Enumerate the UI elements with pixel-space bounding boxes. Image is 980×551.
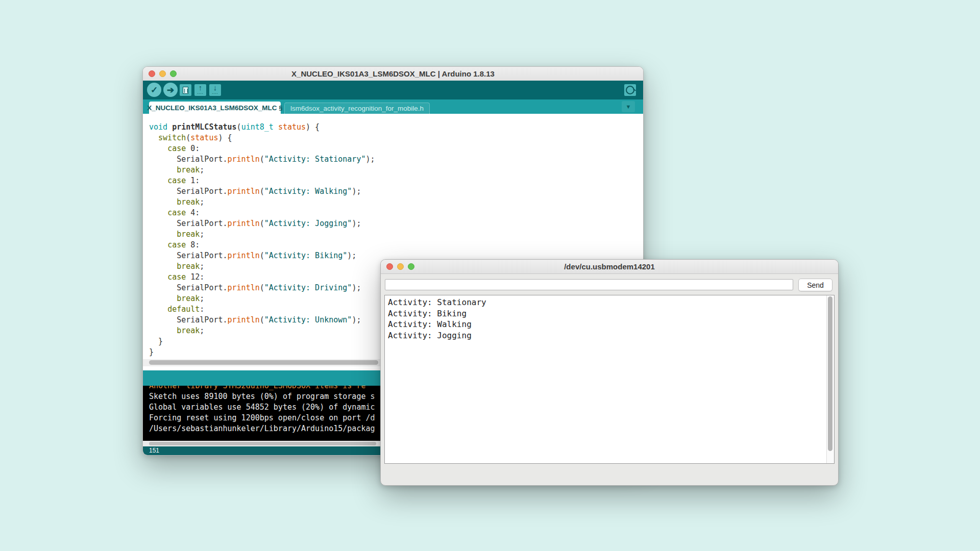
verify-button[interactable]: ✓ [147,83,161,97]
code-line: case 0: [149,143,643,154]
serial-output-lines: Activity: StationaryActivity: BikingActi… [385,295,834,341]
close-button[interactable] [386,263,393,270]
code-line: SerialPort.println("Activity: Stationary… [149,154,643,165]
send-button[interactable]: Send [798,279,832,291]
serial-send-input[interactable] [385,279,793,290]
desktop: { "page": {"background": "#d9f1ee"}, "id… [0,0,980,551]
arrow-right-icon: ➔ [167,85,174,95]
serial-output-line: Activity: Biking [388,308,834,319]
code-line: switch(status) { [149,133,643,143]
scrollbar-thumb[interactable] [149,442,376,445]
code-line: case 1: [149,176,643,186]
arrow-up-icon: ↑ .... [198,85,204,95]
code-line: SerialPort.println("Activity: Walking"); [149,186,643,197]
ide-window-title: X_NUCLEO_IKS01A3_LSM6DSOX_MLC | Arduino … [291,69,495,78]
document-icon [183,87,188,94]
serial-vertical-scrollbar[interactable] [826,295,834,463]
chevron-down-icon: ▼ [626,104,631,110]
monitor-window-title: /dev/cu.usbmodem14201 [564,262,655,271]
ide-traffic-lights [149,70,177,77]
monitor-bottom-bar: ✓ Autoscroll Show timestamp Carriage ret… [381,464,838,485]
monitor-traffic-lights [386,263,414,270]
scrollbar-thumb[interactable] [828,296,832,451]
minimize-button[interactable] [159,70,166,77]
tab-header-file[interactable]: lsm6dsox_activity_recognition_for_mobile… [284,103,430,114]
serial-monitor-window: /dev/cu.usbmodem14201 Send Activity: Sta… [380,259,839,486]
magnifier-icon [626,86,634,94]
minimize-button[interactable] [397,263,404,270]
serial-monitor-button[interactable] [624,84,636,96]
ide-toolbar: ✓ ➔ ↑ .... ↓ .... [143,81,643,99]
serial-output-line: Activity: Jogging [388,330,834,341]
code-line: SerialPort.println("Activity: Jogging"); [149,218,643,229]
arrow-down-icon: ↓ .... [212,85,218,95]
save-button[interactable]: ↓ .... [209,84,221,96]
ide-titlebar[interactable]: X_NUCLEO_IKS01A3_LSM6DSOX_MLC | Arduino … [143,67,643,81]
upload-button[interactable]: ➔ [163,83,178,97]
code-line: break; [149,229,643,240]
cursor-line-number: 151 [149,447,159,454]
serial-output-line: Activity: Walking [388,319,834,330]
tab-sketch[interactable]: X_NUCLEO_IKS01A3_LSM6DSOX_MLC § [149,102,281,114]
code-line: break; [149,165,643,176]
new-sketch-button[interactable] [180,84,191,96]
open-button[interactable]: ↑ .... [194,84,206,96]
code-line: case 4: [149,208,643,218]
code-line: void printMLCStatus(uint8_t status) { [149,122,643,133]
serial-output-line: Activity: Stationary [388,297,834,308]
code-line: break; [149,197,643,208]
scrollbar-thumb[interactable] [149,360,378,365]
zoom-button[interactable] [170,70,177,77]
monitor-titlebar[interactable]: /dev/cu.usbmodem14201 [381,260,838,274]
send-button-label: Send [807,281,824,289]
tab-menu-button[interactable]: ▼ [622,101,635,112]
serial-output-area[interactable]: Activity: StationaryActivity: BikingActi… [384,295,835,464]
zoom-button[interactable] [408,263,414,270]
close-button[interactable] [149,70,155,77]
code-line: case 8: [149,240,643,251]
check-icon: ✓ [151,85,158,95]
ide-tab-strip: lsm6dsox_activity_recognition_for_mobile… [143,99,643,114]
